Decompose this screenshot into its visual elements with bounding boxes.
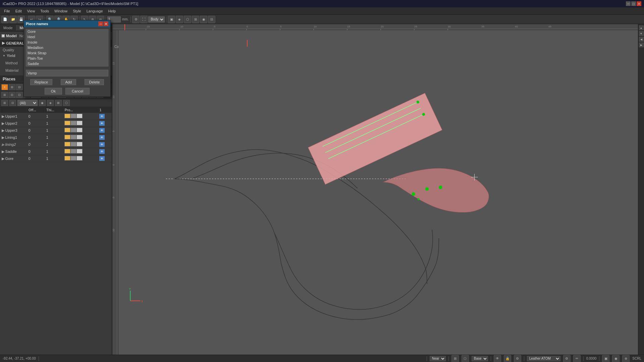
open-button[interactable]: 📁 <box>9 16 17 23</box>
color-swatch3[interactable] <box>76 128 83 132</box>
expand-icon[interactable]: ▶ <box>2 114 4 118</box>
filter-btn4[interactable]: ◈ <box>47 100 54 106</box>
piece-name-throat[interactable]: Throat <box>25 66 109 67</box>
filter-btn2[interactable]: ⊟ <box>9 100 16 106</box>
viewport[interactable]: -15 -10 -5 0 5 10 15 20 25 30 35 40 45 <box>112 24 644 355</box>
near-select[interactable]: Near <box>430 356 446 361</box>
status-icon-1[interactable]: ⊞ <box>451 355 459 362</box>
piece-name-insole[interactable]: Insole <box>25 40 109 45</box>
tb-extra-7[interactable]: ◉ <box>200 16 207 23</box>
material-edit-btn[interactable]: ✏ <box>573 355 581 362</box>
color-swatch3[interactable] <box>76 114 83 118</box>
piece-names-list[interactable]: Gore Heel Insole Medallion Monk Strap Pl… <box>25 28 109 67</box>
body-select[interactable]: Body <box>148 16 165 22</box>
expand-icon[interactable]: ▶ <box>2 142 4 146</box>
menu-help[interactable]: Help <box>106 8 119 14</box>
new-button[interactable]: 📄 <box>1 16 9 23</box>
color-swatch[interactable] <box>64 149 70 154</box>
side-btn-3[interactable]: ◀ <box>639 37 644 42</box>
cancel-button[interactable]: Cancel <box>65 88 90 95</box>
yield-arrow[interactable]: ▼ <box>3 54 5 57</box>
tb-extra-4[interactable]: ◈ <box>176 16 183 23</box>
places-row2-btn2[interactable]: ⊟ <box>9 92 15 98</box>
menu-file[interactable]: File <box>1 8 13 14</box>
places-btn3[interactable]: ⊟ <box>16 84 23 90</box>
color-swatch[interactable] <box>64 121 70 125</box>
side-btn-1[interactable]: ▲ <box>639 25 644 30</box>
status-btn-1[interactable]: ▣ <box>602 355 609 362</box>
piece-name-input[interactable]: Vamp <box>26 70 108 76</box>
places-row2-btn3[interactable]: ⊡ <box>16 92 23 98</box>
minimize-button[interactable]: ─ <box>626 1 631 6</box>
places-table-container[interactable]: Off... Thi... Pro... 1 ▶ Upper1 0 1 👁 <box>0 107 112 355</box>
expand-icon[interactable]: ▶ <box>2 157 4 161</box>
places-add-btn[interactable]: + <box>1 84 8 90</box>
replace-button[interactable]: Replace <box>30 79 52 85</box>
eye-button[interactable]: 👁 <box>99 128 105 133</box>
status-lock-btn[interactable]: 🔒 <box>504 355 511 362</box>
expand-icon[interactable]: ▶ <box>2 121 4 125</box>
menu-view[interactable]: View <box>24 8 38 14</box>
expand-icon[interactable]: ▶ <box>2 135 4 139</box>
menu-tools[interactable]: Tools <box>38 8 52 14</box>
piece-name-saddle[interactable]: Saddle <box>25 61 109 66</box>
tb-extra-1[interactable]: ⚙ <box>132 16 140 23</box>
color-swatch[interactable] <box>64 114 70 118</box>
tb-extra-3[interactable]: ▣ <box>168 16 175 23</box>
ok-button[interactable]: Ok <box>45 88 62 95</box>
add-button[interactable]: Add <box>61 79 76 85</box>
menu-style[interactable]: Style <box>70 8 84 14</box>
eye-button[interactable]: 👁 <box>99 142 105 147</box>
filter-btn5[interactable]: ⊠ <box>55 100 62 106</box>
eye-button[interactable]: 👁 <box>99 121 105 126</box>
close-button[interactable]: ✕ <box>637 1 641 6</box>
eye-button[interactable]: 👁 <box>99 114 105 119</box>
tab-mode[interactable]: Mode <box>0 25 16 31</box>
places-btn2[interactable]: ⊞ <box>9 84 15 90</box>
color-swatch3[interactable] <box>76 156 83 161</box>
tb-extra-6[interactable]: ⊞ <box>192 16 199 23</box>
dialog-close-btn[interactable]: ✕ <box>104 21 108 26</box>
color-swatch3[interactable] <box>76 135 83 139</box>
color-swatch[interactable] <box>64 128 70 132</box>
places-row2-btn1[interactable]: ⊞ <box>1 92 8 98</box>
tb-extra-8[interactable]: ⊟ <box>208 16 215 23</box>
color-swatch2[interactable] <box>70 114 76 118</box>
color-swatch[interactable] <box>64 135 70 139</box>
status-extra-btn[interactable]: ⚙ <box>514 355 521 362</box>
eye-button[interactable]: 👁 <box>99 135 105 140</box>
base-select[interactable]: Base <box>472 356 488 361</box>
delete-button[interactable]: Delete <box>85 79 104 85</box>
side-btn-4[interactable]: ▶ <box>639 43 644 47</box>
tb-extra-2[interactable]: ⛶ <box>140 16 148 23</box>
menu-edit[interactable]: Edit <box>13 8 24 14</box>
color-swatch2[interactable] <box>70 121 76 125</box>
filter-btn3[interactable]: ◉ <box>39 100 46 106</box>
filter-select[interactable]: (All) <box>17 100 38 106</box>
piece-name-monk-strap[interactable]: Monk Strap <box>25 50 109 56</box>
eye-button[interactable]: 👁 <box>99 156 105 161</box>
dialog-minimize-btn[interactable]: ─ <box>98 21 103 26</box>
piece-name-gore[interactable]: Gore <box>25 29 109 34</box>
eye-button[interactable]: 👁 <box>99 149 105 154</box>
color-swatch[interactable] <box>64 142 70 146</box>
piece-name-medallion[interactable]: Medallion <box>25 45 109 50</box>
status-view-btn[interactable]: 👁 <box>494 355 501 362</box>
color-swatch[interactable] <box>64 156 70 161</box>
status-btn-3[interactable]: ⊕ <box>622 355 630 362</box>
color-swatch3[interactable] <box>76 142 83 146</box>
status-icon-2[interactable]: ⬡ <box>462 355 469 362</box>
color-swatch2[interactable] <box>70 156 76 161</box>
filter-btn6[interactable]: ⬡ <box>63 100 70 106</box>
expand-icon[interactable]: ▶ <box>2 128 4 132</box>
piece-name-plain-toe[interactable]: Plain-Toe <box>25 56 109 61</box>
color-swatch2[interactable] <box>70 135 76 139</box>
maximize-button[interactable]: □ <box>631 1 636 6</box>
color-swatch2[interactable] <box>70 142 76 146</box>
color-swatch2[interactable] <box>70 128 76 132</box>
material-select[interactable]: Leather ATOM <box>527 356 560 361</box>
status-btn-2[interactable]: ◉ <box>612 355 620 362</box>
menu-window[interactable]: Window <box>52 8 70 14</box>
color-swatch2[interactable] <box>70 149 76 154</box>
color-swatch3[interactable] <box>76 149 83 154</box>
